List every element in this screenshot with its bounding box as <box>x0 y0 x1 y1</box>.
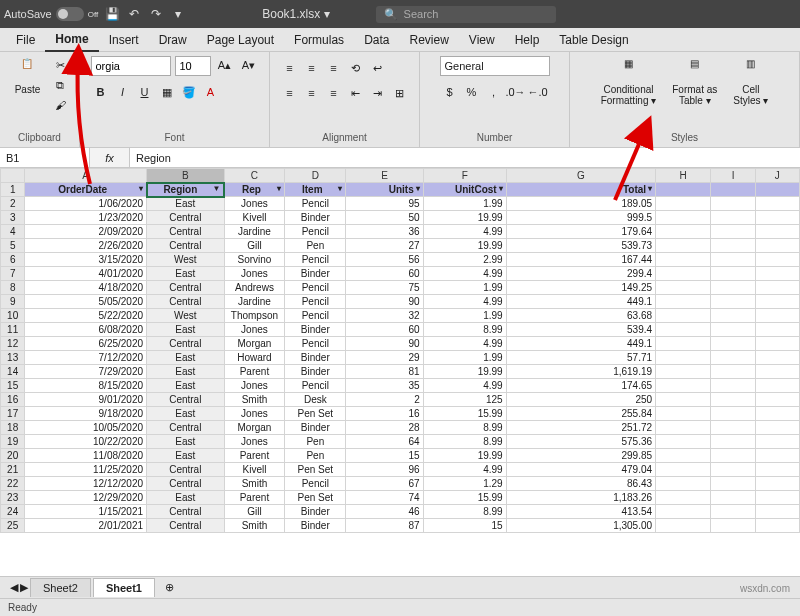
row-header-19[interactable]: 19 <box>1 435 25 449</box>
row-header-14[interactable]: 14 <box>1 365 25 379</box>
copy-icon[interactable]: ⧉ <box>50 76 70 94</box>
fx-label[interactable]: fx <box>90 148 130 167</box>
autosave-toggle[interactable]: AutoSave Off <box>4 7 98 21</box>
name-box[interactable]: B1 <box>0 148 90 167</box>
fill-color-button[interactable]: 🪣 <box>179 83 199 101</box>
cell-styles-button[interactable]: ▥ Cell Styles ▾ <box>727 56 774 108</box>
comma-icon[interactable]: , <box>484 83 504 101</box>
table-row[interactable]: 74/01/2020EastJonesBinder604.99299.4 <box>1 267 800 281</box>
filename[interactable]: Book1.xlsx ▾ <box>262 7 329 21</box>
table-row[interactable]: 1910/22/2020EastJonesPen648.99575.36 <box>1 435 800 449</box>
increase-font-icon[interactable]: A▴ <box>215 56 235 74</box>
font-family-select[interactable] <box>91 56 171 76</box>
number-format-select[interactable]: General <box>440 56 550 76</box>
table-header-item[interactable]: Item▾ <box>285 183 346 197</box>
row-header-6[interactable]: 6 <box>1 253 25 267</box>
font-size-select[interactable] <box>175 56 211 76</box>
row-header-11[interactable]: 11 <box>1 323 25 337</box>
row-header-10[interactable]: 10 <box>1 309 25 323</box>
percent-icon[interactable]: % <box>462 83 482 101</box>
column-header-C[interactable]: C <box>224 169 285 183</box>
table-row[interactable]: 105/22/2020WestThompsonPencil321.9963.68 <box>1 309 800 323</box>
row-header-20[interactable]: 20 <box>1 449 25 463</box>
row-header-5[interactable]: 5 <box>1 239 25 253</box>
row-header-17[interactable]: 17 <box>1 407 25 421</box>
table-row[interactable]: 137/12/2020EastHowardBinder291.9957.71 <box>1 351 800 365</box>
align-middle-icon[interactable]: ≡ <box>302 59 322 77</box>
indent-decrease-icon[interactable]: ⇤ <box>346 84 366 102</box>
tab-table-design[interactable]: Table Design <box>549 29 638 51</box>
table-row[interactable]: 2312/29/2020EastParentPen Set7415.991,18… <box>1 491 800 505</box>
table-row[interactable]: 179/18/2020EastJonesPen Set1615.99255.84 <box>1 407 800 421</box>
table-row[interactable]: 147/29/2020EastParentBinder8119.991,619.… <box>1 365 800 379</box>
row-header-25[interactable]: 25 <box>1 519 25 533</box>
tab-help[interactable]: Help <box>505 29 550 51</box>
table-row[interactable]: 126/25/2020CentralMorganPencil904.99449.… <box>1 337 800 351</box>
row-header-3[interactable]: 3 <box>1 211 25 225</box>
new-sheet-button[interactable]: ⊕ <box>157 578 182 597</box>
bold-button[interactable]: B <box>91 83 111 101</box>
tab-review[interactable]: Review <box>399 29 458 51</box>
column-header-A[interactable]: A <box>25 169 147 183</box>
table-row[interactable]: 42/09/2020CentralJardinePencil364.99179.… <box>1 225 800 239</box>
row-header-18[interactable]: 18 <box>1 421 25 435</box>
table-row[interactable]: 2212/12/2020CentralSmithPencil671.2986.4… <box>1 477 800 491</box>
redo-icon[interactable]: ↷ <box>148 6 164 22</box>
wrap-text-icon[interactable]: ↩ <box>368 59 388 77</box>
row-header-16[interactable]: 16 <box>1 393 25 407</box>
undo-icon[interactable]: ↶ <box>126 6 142 22</box>
table-row[interactable]: 31/23/2020CentralKivellBinder5019.99999.… <box>1 211 800 225</box>
row-header-9[interactable]: 9 <box>1 295 25 309</box>
row-header-24[interactable]: 24 <box>1 505 25 519</box>
select-all-corner[interactable] <box>1 169 25 183</box>
row-header-23[interactable]: 23 <box>1 491 25 505</box>
row-header-15[interactable]: 15 <box>1 379 25 393</box>
tab-draw[interactable]: Draw <box>149 29 197 51</box>
column-header-J[interactable]: J <box>755 169 799 183</box>
tab-data[interactable]: Data <box>354 29 399 51</box>
sheet-tab-sheet2[interactable]: Sheet2 <box>30 578 91 597</box>
border-button[interactable]: ▦ <box>157 83 177 101</box>
table-header-rep[interactable]: Rep▾ <box>224 183 285 197</box>
tab-view[interactable]: View <box>459 29 505 51</box>
table-header-unitcost[interactable]: UnitCost▾ <box>423 183 506 197</box>
sheet-nav-next-icon[interactable]: ▶ <box>20 581 28 594</box>
table-row[interactable]: 169/01/2020CentralSmithDesk2125250 <box>1 393 800 407</box>
tab-insert[interactable]: Insert <box>99 29 149 51</box>
table-row[interactable]: 116/08/2020EastJonesBinder608.99539.4 <box>1 323 800 337</box>
column-header-G[interactable]: G <box>506 169 655 183</box>
row-header-21[interactable]: 21 <box>1 463 25 477</box>
row-header-22[interactable]: 22 <box>1 477 25 491</box>
toggle-switch-icon[interactable] <box>56 7 84 21</box>
column-header-H[interactable]: H <box>656 169 711 183</box>
align-right-icon[interactable]: ≡ <box>324 84 344 102</box>
paste-button[interactable]: 📋 Paste <box>9 56 47 97</box>
font-color-button[interactable]: A <box>201 83 221 101</box>
row-header-4[interactable]: 4 <box>1 225 25 239</box>
underline-button[interactable]: U <box>135 83 155 101</box>
column-header-F[interactable]: F <box>423 169 506 183</box>
table-row[interactable]: 2111/25/2020CentralKivellPen Set964.9947… <box>1 463 800 477</box>
table-header-region[interactable]: Region▼ <box>147 183 224 197</box>
qat-dropdown-icon[interactable]: ▾ <box>170 6 186 22</box>
save-icon[interactable]: 💾 <box>104 6 120 22</box>
formula-input[interactable]: Region <box>130 148 800 167</box>
sheet-nav-prev-icon[interactable]: ◀ <box>10 581 18 594</box>
column-header-B[interactable]: B <box>147 169 224 183</box>
table-row[interactable]: 241/15/2021CentralGillBinder468.99413.54 <box>1 505 800 519</box>
table-header-total[interactable]: Total▾ <box>506 183 655 197</box>
table-row[interactable]: 95/05/2020CentralJardinePencil904.99449.… <box>1 295 800 309</box>
cut-icon[interactable]: ✂ <box>50 56 70 74</box>
table-header-orderdate[interactable]: OrderDate▾ <box>25 183 147 197</box>
row-header-12[interactable]: 12 <box>1 337 25 351</box>
row-header-7[interactable]: 7 <box>1 267 25 281</box>
search-input[interactable]: 🔍 Search <box>376 6 556 23</box>
sheet-tab-sheet1[interactable]: Sheet1 <box>93 578 155 597</box>
column-header-D[interactable]: D <box>285 169 346 183</box>
table-row[interactable]: 158/15/2020EastJonesPencil354.99174.65 <box>1 379 800 393</box>
indent-increase-icon[interactable]: ⇥ <box>368 84 388 102</box>
format-as-table-button[interactable]: ▤ Format as Table ▾ <box>666 56 723 108</box>
align-center-icon[interactable]: ≡ <box>302 84 322 102</box>
column-header-E[interactable]: E <box>346 169 423 183</box>
row-header-2[interactable]: 2 <box>1 197 25 211</box>
